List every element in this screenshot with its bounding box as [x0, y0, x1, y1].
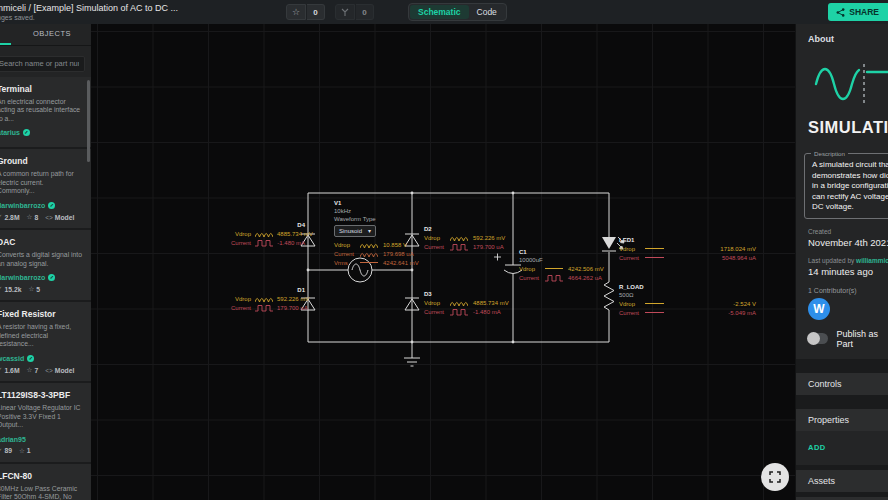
pulse-sparkline — [545, 274, 564, 282]
annotation-d1: D1 Vdrop592.226 mV Current179.700 uA — [229, 286, 305, 312]
save-status: All changes saved. — [0, 14, 276, 22]
flat-sparkline — [645, 248, 664, 249]
flat-sparkline — [645, 312, 664, 313]
sine-sparkline — [450, 299, 469, 307]
pulse-sparkline — [450, 308, 469, 316]
list-item-dac[interactable]: DAC Converts a digital signal into an an… — [0, 230, 91, 300]
section-simulation[interactable]: Simulation — [796, 497, 888, 500]
pulse-sparkline — [255, 239, 273, 247]
created-value: November 4th 2021 — [808, 237, 888, 248]
last-updated: Last updated by williammiceli — [808, 257, 888, 264]
publish-label: Publish as Part — [836, 329, 888, 349]
section-divider — [796, 359, 888, 373]
created-label: Created — [808, 228, 888, 235]
about-header: About — [796, 24, 888, 44]
project-title: SIMULATION — [808, 118, 888, 137]
share-button[interactable]: SHARE — [828, 3, 888, 21]
section-divider — [796, 395, 888, 409]
usage-icon: ✓ — [0, 213, 2, 221]
resistor-rload[interactable] — [604, 282, 614, 310]
annotation-d3: D3 Vdrop4885.734 mV Current-1.480 mA — [424, 290, 509, 316]
annotation-d4: D4 Vdrop4885.734 mV Current-1.480 mA — [229, 221, 305, 247]
share-icon — [836, 8, 845, 17]
tab-code[interactable]: Code — [469, 5, 505, 19]
section-assets[interactable]: Assets — [796, 470, 888, 492]
fork-icon — [341, 8, 349, 17]
add-property-button[interactable]: ADD — [808, 443, 826, 452]
verified-icon: ✓ — [27, 355, 34, 362]
flat-sparkline — [360, 262, 379, 263]
sine-sparkline — [360, 241, 379, 249]
toggle-knob — [807, 332, 820, 345]
schematic-canvas[interactable]: V1 10kHz Waveform Type Sinusoid▾ Vdrop10… — [91, 24, 795, 500]
star-button[interactable]: ☆ — [286, 4, 306, 20]
list-item-lt1129[interactable]: LT1129IS8-3-3PBF Linear Voltage Regulato… — [0, 383, 91, 462]
active-tab-partial[interactable] — [0, 24, 13, 45]
code-icon: <> — [45, 214, 53, 221]
search-input[interactable] — [0, 56, 85, 72]
star-count: 0 — [307, 4, 325, 20]
fork-control: 0 — [335, 4, 374, 20]
star-control: ☆ 0 — [286, 4, 325, 20]
avatar[interactable]: W — [808, 298, 830, 320]
objects-sidebar: OBJECTS Terminal An electrical connector… — [0, 24, 91, 500]
pulse-sparkline — [255, 304, 273, 312]
flat-sparkline — [645, 257, 664, 258]
circuit-drawing — [91, 24, 795, 500]
ground-symbol[interactable] — [404, 342, 420, 366]
tab-objects[interactable]: OBJECTS — [13, 29, 91, 45]
verified-icon: ✓ — [48, 202, 55, 209]
code-icon: <> — [45, 367, 53, 374]
flux-app-window: williammiceli / [Example] Simulation of … — [0, 0, 888, 500]
sine-sparkline — [255, 295, 273, 303]
fork-button[interactable] — [335, 4, 355, 20]
pulse-sparkline — [450, 243, 469, 251]
active-tab-indicator — [0, 43, 11, 45]
fork-count: 0 — [356, 4, 374, 20]
usage-icon: ✓ — [0, 447, 2, 455]
star-icon: ☆ — [27, 213, 33, 221]
view-switcher: Schematic Code — [408, 3, 507, 21]
annotation-led1: LED1 Vdrop1718.024 mV Current5048.964 uA — [619, 236, 756, 262]
description-text: A simulated circuit that demonstrates ho… — [812, 160, 888, 213]
star-icon: ☆ — [28, 285, 34, 293]
flat-sparkline — [545, 268, 564, 269]
usage-icon: ✓ — [0, 285, 2, 293]
annotation-c1: C1 10000uF Vdrop4242.506 mV Current4664.… — [519, 248, 604, 282]
verified-icon: ✓ — [23, 129, 30, 136]
star-icon: ☆ — [292, 7, 300, 17]
usage-icon: ✓ — [0, 366, 2, 374]
sidebar-scrollbar[interactable] — [87, 80, 90, 162]
list-item-lfcn80[interactable]: LFCN-80 80MHz Low Pass Ceramic Filter 50… — [0, 464, 91, 500]
breadcrumb[interactable]: williammiceli / [Example] Simulation of … — [0, 3, 276, 22]
chevron-down-icon: ▾ — [368, 227, 371, 235]
updated-time: 14 minutes ago — [808, 266, 888, 277]
fit-view-button[interactable] — [761, 463, 789, 491]
list-item-ground[interactable]: Ground A common return path for electric… — [0, 149, 91, 228]
waveform-dropdown[interactable]: Sinusoid▾ — [334, 225, 376, 237]
parts-list: Terminal An electrical connector acting … — [0, 77, 91, 500]
about-panel: About SIMULATION Description A simulated… — [795, 24, 888, 500]
fullscreen-icon — [769, 471, 781, 483]
section-controls[interactable]: Controls — [796, 373, 888, 395]
sine-sparkline — [450, 234, 469, 242]
sidebar-tabs: OBJECTS — [0, 24, 91, 46]
tab-schematic[interactable]: Schematic — [410, 5, 469, 19]
star-icon: ☆ — [19, 447, 25, 455]
verified-icon: ✓ — [48, 274, 55, 281]
ac-to-dc-graphic — [814, 58, 888, 110]
sine-sparkline — [360, 250, 379, 258]
section-properties[interactable]: Properties — [796, 409, 888, 431]
list-item-fixed-resistor[interactable]: Fixed Resistor A resistor having a fixed… — [0, 302, 91, 381]
annotation-v1: V1 10kHz Waveform Type Sinusoid▾ Vdrop10… — [334, 199, 419, 267]
star-icon: ☆ — [27, 366, 33, 374]
user-link[interactable]: williammiceli — [856, 257, 888, 264]
annotation-d2: D2 Vdrop592.226 mV Current179.700 uA — [424, 225, 505, 251]
capacitor-c1[interactable] — [494, 254, 522, 274]
flat-sparkline — [645, 303, 664, 304]
top-bar: williammiceli / [Example] Simulation of … — [0, 0, 888, 24]
publish-toggle[interactable] — [808, 333, 828, 344]
list-item-terminal[interactable]: Terminal An electrical connector acting … — [0, 77, 91, 148]
contributors-label: 1 Contributor(s) — [808, 287, 888, 294]
description-box: Description A simulated circuit that dem… — [804, 153, 888, 219]
